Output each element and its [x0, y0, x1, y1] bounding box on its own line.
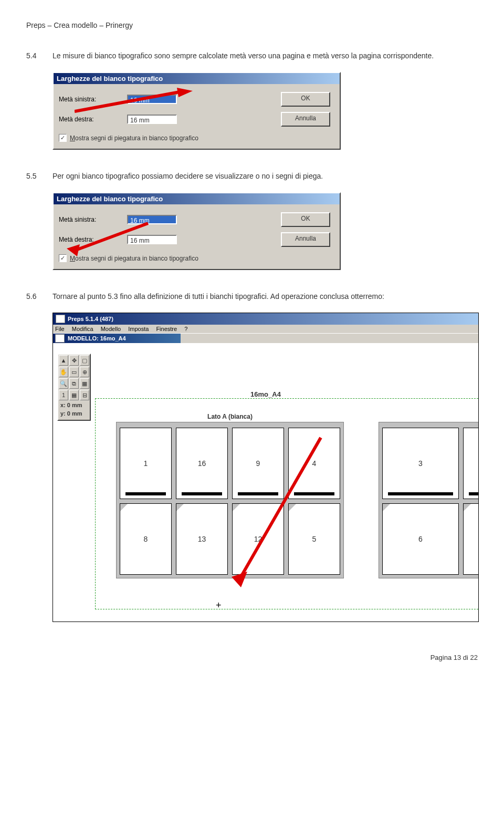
signature-b[interactable]: Lat 3 10 6 11	[379, 422, 479, 578]
show-fold-marks-checkbox[interactable]: ✓	[59, 254, 67, 262]
preps-canvas[interactable]: 16mo_A4 Lato A (bianca) 1 16 9 4 8 13 12…	[53, 343, 478, 622]
show-fold-marks-checkbox[interactable]: ✓	[59, 134, 67, 142]
ok-button[interactable]: OK	[281, 212, 330, 227]
para-num: 5.5	[26, 171, 52, 182]
left-half-input[interactable]: 16 mm	[127, 215, 177, 224]
center-mark-icon: +	[216, 600, 222, 611]
menu-modifica[interactable]: Modifica	[72, 326, 93, 332]
page-cell[interactable]: 12	[232, 503, 284, 575]
hand-tool-icon[interactable]: ✋	[59, 367, 68, 377]
para-num: 5.4	[26, 50, 52, 61]
page-cell[interactable]: 4	[288, 428, 340, 499]
coord-x: x: 0 mm	[58, 401, 90, 409]
page-cell[interactable]: 13	[176, 503, 228, 575]
page-cell[interactable]: 5	[288, 503, 340, 575]
grid2-tool-icon[interactable]: ▦	[69, 390, 79, 400]
page-cell[interactable]: 6	[382, 503, 459, 575]
left-half-input[interactable]: 16 mm	[127, 95, 177, 104]
dup-tool-icon[interactable]: ⧉	[69, 378, 79, 389]
page-cell[interactable]: 11	[463, 503, 479, 575]
target-tool-icon[interactable]: ⊕	[80, 367, 89, 377]
dialog-title: Larghezze del bianco tipografico	[54, 193, 340, 204]
paragraph-56: 5.6 Tornare al punto 5.3 fino alla defin…	[26, 291, 478, 302]
gutter-dialog-1: Larghezze del bianco tipografico Metà si…	[52, 72, 341, 150]
page-cell[interactable]: 9	[232, 428, 284, 499]
dialog-title: Larghezze del bianco tipografico	[54, 73, 340, 84]
para-text: Le misure di bianco tipografico sono sem…	[52, 50, 478, 61]
signature-a[interactable]: Lato A (bianca) 1 16 9 4 8 13 12 5	[116, 422, 344, 578]
preps-doc-title: MODELLO: 16mo_A4	[68, 335, 126, 341]
pointer-tool-icon[interactable]: ▲	[59, 355, 68, 366]
doc-icon	[55, 334, 65, 343]
right-half-input[interactable]: 16 mm	[127, 115, 177, 124]
para-num: 5.6	[26, 291, 52, 302]
checkbox-label: Mostra segni di piegatura in bianco tipo…	[70, 255, 198, 262]
checkbox-label: Mostra segni di piegatura in bianco tipo…	[70, 134, 198, 142]
menu-help[interactable]: ?	[184, 326, 187, 332]
page-cell[interactable]: 16	[176, 428, 228, 499]
doc-header: Preps – Crea modello – Prinergy	[26, 21, 478, 29]
move-tool-icon[interactable]: ✥	[69, 355, 79, 366]
page-cell[interactable]: 8	[120, 503, 172, 575]
app-icon	[56, 315, 65, 323]
spread-label: 16mo_A4	[250, 390, 281, 398]
align-tool-icon[interactable]: ⊟	[80, 390, 89, 400]
grid-tool-icon[interactable]: ▦	[80, 378, 89, 389]
gutter-dialog-2: Larghezze del bianco tipografico Metà si…	[52, 192, 341, 270]
preps-title-text: Preps 5.1.4 (487)	[68, 316, 113, 322]
left-half-label: Metà sinistra:	[59, 96, 127, 103]
menu-imposta[interactable]: Imposta	[128, 326, 149, 332]
cancel-button[interactable]: Annulla	[281, 112, 330, 127]
page-footer: Pagina 13 di 22	[26, 654, 478, 661]
menu-finestre[interactable]: Finestre	[156, 326, 177, 332]
cancel-button[interactable]: Annulla	[281, 232, 330, 247]
coord-y: y: 0 mm	[58, 409, 90, 418]
right-half-label: Metà destra:	[59, 236, 127, 243]
page-cell[interactable]: 10	[463, 428, 479, 499]
page-cell[interactable]: 1	[120, 428, 172, 499]
para-text: Tornare al punto 5.3 fino alla definizio…	[52, 291, 478, 302]
right-half-input[interactable]: 16 mm	[127, 235, 177, 244]
ok-button[interactable]: OK	[281, 92, 330, 107]
preps-toolbox: ▲ ✥ ▢ ✋ ▭ ⊕ 🔍 ⧉ ▦ 1 ▦ ⊟ x: 0 mm y: 0 mm	[57, 354, 91, 421]
left-half-label: Metà sinistra:	[59, 216, 127, 223]
menu-file[interactable]: File	[55, 326, 65, 332]
paragraph-55: 5.5 Per ogni bianco tipografico possiamo…	[26, 171, 478, 182]
right-half-label: Metà destra:	[59, 116, 127, 123]
zoom-tool-icon[interactable]: 🔍	[59, 378, 68, 389]
preps-document-bar: MODELLO: 16mo_A4	[53, 333, 478, 343]
paragraph-54: 5.4 Le misure di bianco tipografico sono…	[26, 50, 478, 61]
menu-modello[interactable]: Modello	[101, 326, 121, 332]
preps-app-window: Preps 5.1.4 (487) File Modifica Modello …	[52, 313, 479, 622]
num-tool-icon[interactable]: 1	[59, 390, 68, 400]
para-text: Per ogni bianco tipografico possiamo dec…	[52, 171, 478, 182]
layout-tool-icon[interactable]: ▭	[69, 367, 79, 377]
preps-titlebar: Preps 5.1.4 (487)	[53, 313, 478, 325]
preps-menubar[interactable]: File Modifica Modello Imposta Finestre ?	[53, 325, 478, 333]
page-cell[interactable]: 3	[382, 428, 459, 499]
page-tool-icon[interactable]: ▢	[80, 355, 89, 366]
signature-a-title: Lato A (bianca)	[207, 413, 253, 420]
